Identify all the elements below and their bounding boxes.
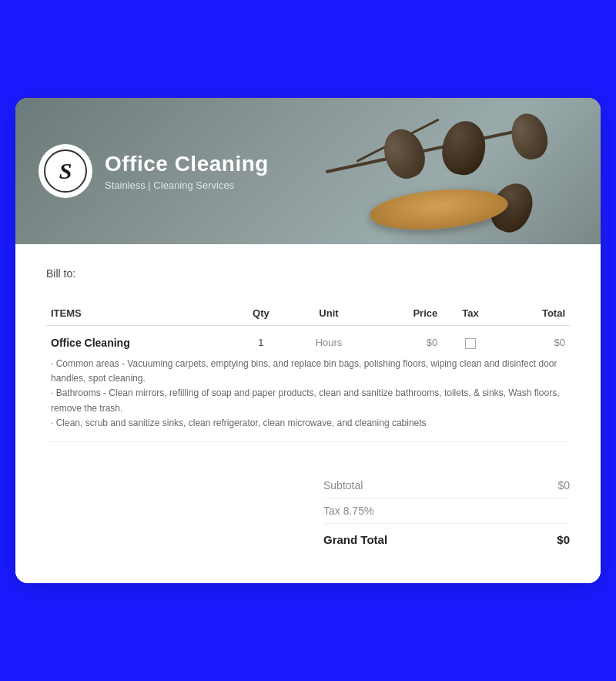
table-desc-row: · Common areas - Vacuuming carpets, empt… bbox=[46, 352, 570, 441]
grand-total-label: Grand Total bbox=[323, 533, 387, 546]
invoice-body: Bill to: ITEMS Qty Unit Price Tax Total … bbox=[15, 244, 601, 583]
col-header-qty: Qty bbox=[233, 301, 290, 326]
pine-cone-1 bbox=[377, 123, 430, 183]
item-price: $0 bbox=[368, 326, 442, 353]
col-header-total: Total bbox=[499, 301, 570, 326]
item-name: Office Cleaning bbox=[51, 337, 130, 349]
tax-checkbox[interactable] bbox=[465, 338, 476, 349]
pine-cone-3 bbox=[507, 109, 552, 163]
item-qty: 1 bbox=[233, 326, 290, 353]
pine-cone-2 bbox=[438, 118, 489, 178]
col-header-unit: Unit bbox=[290, 301, 368, 326]
tax-label: Tax 8.75% bbox=[323, 505, 373, 517]
logo-letter: S bbox=[59, 158, 72, 184]
col-header-tax: Tax bbox=[442, 301, 498, 326]
grand-total-row: Grand Total $0 bbox=[323, 524, 570, 552]
wooden-plate bbox=[368, 184, 510, 234]
table-row: Office Cleaning 1 Hours $0 $0 bbox=[46, 326, 570, 353]
header-text: Office Cleaning Stainless | Cleaning Ser… bbox=[105, 152, 269, 191]
col-header-items: ITEMS bbox=[46, 301, 233, 326]
item-unit: Hours bbox=[290, 326, 368, 353]
item-tax bbox=[442, 326, 498, 353]
col-header-price: Price bbox=[368, 301, 442, 326]
bill-to-label: Bill to: bbox=[46, 267, 570, 280]
item-description: · Common areas - Vacuuming carpets, empt… bbox=[51, 354, 565, 431]
logo-inner: S bbox=[44, 149, 87, 193]
subtotal-value: $0 bbox=[557, 479, 570, 491]
branch-decoration bbox=[326, 126, 537, 173]
table-header-row: ITEMS Qty Unit Price Tax Total bbox=[46, 301, 570, 326]
invoice-page: S Office Cleaning Stainless | Cleaning S… bbox=[15, 98, 601, 583]
company-subtitle: Stainless | Cleaning Services bbox=[105, 179, 269, 191]
subtotal-row: Subtotal $0 bbox=[323, 473, 570, 498]
invoice-header: S Office Cleaning Stainless | Cleaning S… bbox=[15, 98, 601, 244]
company-name: Office Cleaning bbox=[105, 152, 269, 176]
totals-section: Subtotal $0 Tax 8.75% Grand Total $0 bbox=[46, 473, 570, 552]
header-logo-area: S Office Cleaning Stainless | Cleaning S… bbox=[38, 144, 269, 198]
header-decoration bbox=[254, 106, 578, 244]
items-table: ITEMS Qty Unit Price Tax Total Office Cl… bbox=[46, 301, 570, 442]
grand-total-value: $0 bbox=[557, 533, 570, 546]
tax-row: Tax 8.75% bbox=[323, 498, 570, 524]
logo-circle: S bbox=[38, 144, 92, 198]
subtotal-label: Subtotal bbox=[323, 479, 363, 491]
item-total: $0 bbox=[499, 326, 570, 353]
